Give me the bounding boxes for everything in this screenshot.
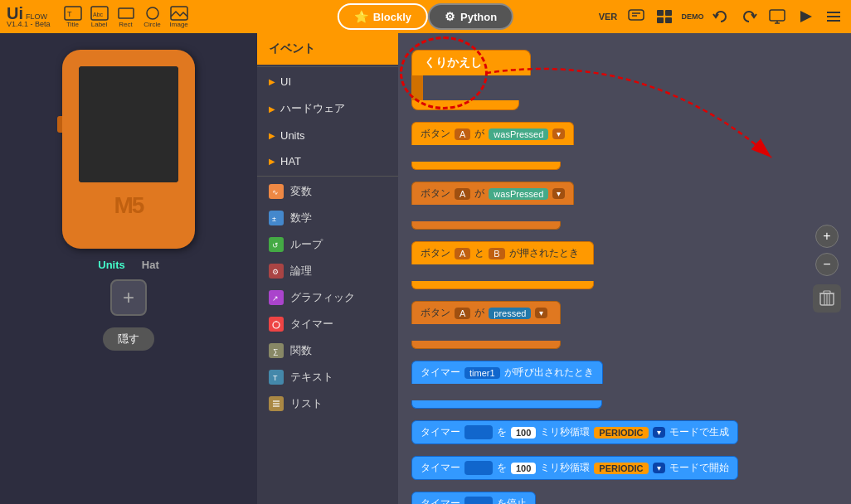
play-icon[interactable] (795, 6, 816, 27)
device-label-hat[interactable]: Hat (142, 259, 159, 271)
svg-text:Abc: Abc (93, 12, 104, 17)
cat-logic-label: 論理 (290, 264, 312, 279)
timer-create-label: タイマー (421, 425, 460, 439)
timer-create-periodic: PERIODIC (594, 427, 648, 439)
block-btn-a-pressed[interactable]: ボタン A が pressed ▾ (411, 301, 838, 349)
cat-list[interactable]: リスト (257, 390, 398, 417)
cat-hardware-label: ハードウェア (280, 101, 345, 116)
device-preview: M5 (62, 50, 195, 249)
hide-button[interactable]: 隠す (103, 327, 154, 351)
block-timer-called[interactable]: タイマー timer1 が呼び出されたとき (411, 361, 838, 409)
timer-start-dropdown[interactable]: ▾ (653, 463, 665, 473)
cat-timer[interactable]: タイマー (257, 311, 398, 337)
btn-dropdown-2[interactable]: ▾ (552, 188, 565, 199)
chat-icon[interactable] (625, 6, 647, 27)
topbar-icons: VER DEMO (597, 6, 844, 27)
svg-text:↗: ↗ (272, 294, 279, 303)
cat-hardware[interactable]: ▶ ハードウェア (257, 94, 398, 123)
timer-create-ms: ミリ秒循環 (540, 425, 590, 439)
trash-button[interactable] (813, 284, 841, 313)
timer-start-100: 100 (511, 463, 536, 474)
block-btn-a-waspressed-2[interactable]: ボタン A が wasPressed ▾ (411, 182, 838, 230)
tab-blockly-label: Blockly (373, 11, 411, 23)
svg-text:∑: ∑ (273, 347, 278, 356)
cat-math-dot: ± (269, 211, 284, 225)
cat-ui[interactable]: ▶ UI (257, 69, 398, 94)
add-unit-button[interactable]: + (110, 279, 147, 316)
monitor-icon[interactable] (766, 6, 788, 27)
cat-variable[interactable]: ∿ 変数 (257, 178, 398, 205)
btn-label-1: ボタン (421, 127, 450, 141)
timer-start-ms: ミリ秒循環 (540, 461, 590, 475)
svg-text:T: T (67, 10, 72, 18)
cat-variable-dot: ∿ (269, 184, 284, 199)
menu-icon[interactable] (823, 6, 844, 27)
btn-dropdown-1[interactable]: ▾ (552, 128, 565, 139)
cat-graphic[interactable]: ↗ グラフィック (257, 284, 398, 311)
cat-event[interactable]: イベント (257, 33, 398, 65)
btn-pressed-dropdown[interactable]: ▾ (535, 308, 547, 318)
block-timer-create[interactable]: タイマー を 100 ミリ秒循環 PERIODIC ▾ モードで生成 (411, 420, 838, 444)
timer-start-mode: モードで開始 (669, 461, 729, 475)
btn-chip-b-3: B (489, 248, 504, 259)
demo-icon[interactable]: DEMO (682, 6, 703, 27)
svg-rect-7 (629, 10, 644, 20)
workspace[interactable]: くりかえし ボタン A が wasPressed ▾ (398, 33, 851, 504)
tool-circle[interactable]: Circle (143, 6, 162, 28)
redo-icon[interactable] (738, 6, 760, 27)
cat-hat-label: HAT (280, 155, 301, 167)
svg-rect-10 (657, 10, 664, 16)
device-logo: M5 (114, 192, 143, 219)
timer-create-dropdown[interactable]: ▾ (653, 427, 665, 438)
device-label-units[interactable]: Units (98, 259, 125, 271)
divider-1 (257, 66, 398, 67)
zoom-in-button[interactable]: + (815, 225, 839, 248)
block-timer-start[interactable]: タイマー を 100 ミリ秒循環 PERIODIC ▾ モードで開始 (411, 456, 838, 480)
device-labels: Units Hat (98, 259, 158, 271)
block-btn-ab-pressed[interactable]: ボタン A と B が押されたとき (411, 241, 838, 289)
timer-start-wo: を (497, 461, 507, 475)
tool-image[interactable]: Image (170, 6, 188, 28)
timer-start-periodic: PERIODIC (594, 463, 648, 474)
tool-rect[interactable]: Rect (117, 6, 135, 28)
timer-called-text: が呼び出されたとき (504, 366, 594, 380)
cat-logic[interactable]: ⚙ 論理 (257, 258, 398, 284)
tool-circle-label: Circle (143, 21, 160, 28)
cat-list-label: リスト (290, 396, 323, 411)
tab-python[interactable]: ⚙ Python (428, 3, 513, 30)
btn-label-2: ボタン (421, 187, 450, 201)
cat-hat[interactable]: ▶ HAT (257, 148, 398, 174)
cat-loop[interactable]: ↺ ループ (257, 231, 398, 258)
zoom-out-button[interactable]: − (815, 253, 839, 276)
grid-icon[interactable] (654, 6, 675, 27)
ver-icon[interactable]: VER (597, 6, 619, 27)
btn-pressed-ga: が (474, 306, 484, 320)
cat-math-label: 数学 (290, 211, 312, 225)
block-timer-stop[interactable]: タイマー を停止 (411, 492, 838, 504)
device-button-left (57, 116, 62, 133)
svg-rect-14 (770, 10, 785, 21)
tool-label[interactable]: Abc Label (90, 6, 109, 28)
tool-rect-label: Rect (119, 21, 132, 28)
cat-loop-label: ループ (290, 237, 323, 252)
block-repeat[interactable]: くりかえし (411, 50, 838, 110)
cat-graphic-dot: ↗ (269, 290, 284, 305)
tool-label-label: Label (91, 21, 108, 28)
cat-units[interactable]: ▶ Units (257, 123, 398, 148)
main-area: M5 Units Hat + 隠す イベント ▶ UI ▶ ハードウェア ▶ U… (0, 33, 851, 504)
btn-waspressed-chip-2: wasPressed (489, 188, 548, 200)
tab-blockly[interactable]: ⭐ Blockly (338, 3, 428, 30)
btn-chip-a-1: A (455, 128, 470, 140)
cat-math[interactable]: ± 数学 (257, 205, 398, 231)
svg-marker-17 (800, 11, 812, 22)
device: M5 (62, 50, 195, 249)
svg-text:T: T (273, 374, 278, 382)
tab-python-label: Python (460, 11, 497, 23)
block-btn-a-waspressed-1[interactable]: ボタン A が wasPressed ▾ (411, 122, 838, 170)
svg-text:±: ± (272, 215, 276, 223)
cat-text[interactable]: T テキスト (257, 364, 398, 390)
cat-function[interactable]: ∑ 関数 (257, 337, 398, 364)
undo-icon[interactable] (710, 6, 732, 27)
tool-title[interactable]: T Title (64, 6, 82, 28)
tool-image-label: Image (170, 21, 188, 28)
